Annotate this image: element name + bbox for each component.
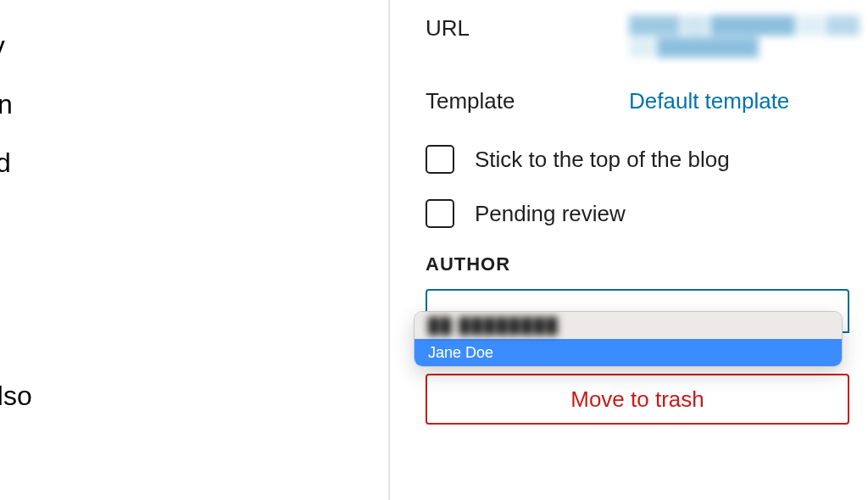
author-option-selected[interactable]: Jane Doe [415,339,842,366]
url-label: URL [426,15,629,42]
author-option[interactable]: ██ ████████ [415,312,842,339]
author-heading: AUTHOR [426,253,860,275]
url-value[interactable] [629,15,860,58]
stick-checkbox[interactable] [426,145,454,174]
author-combobox[interactable]: ██ ████████ Jane Doe [426,289,849,333]
pending-label: Pending review [475,201,626,227]
trash-label: Move to trash [570,386,704,413]
settings-sidebar: URL Template [390,0,868,500]
template-value[interactable]: Default template [629,88,789,114]
editor-pane[interactable]: o-week stay nphasized in utting on red c… [0,0,388,500]
editor-line[interactable]: utting on red [0,134,326,192]
move-to-trash-button[interactable]: Move to trash [426,374,849,425]
pending-checkbox[interactable] [426,199,454,228]
editor-line[interactable]: térique). I also [0,367,326,425]
editor-line[interactable]: nphasized in [0,75,326,134]
editor-line[interactable]: current [0,425,326,484]
stick-label: Stick to the top of the blog [475,147,730,173]
pending-row: Pending review [426,199,860,228]
template-label: Template [426,88,629,114]
template-row: Template Default template [426,88,860,114]
editor-line[interactable]: cane [0,250,326,308]
stick-row: Stick to the top of the blog [426,145,860,174]
editor-line[interactable] [0,192,326,250]
editor-line[interactable]: abroad [0,308,326,367]
url-row: URL [426,15,860,58]
editor-line[interactable]: o-week stay [0,17,326,75]
editor-content[interactable]: o-week stay nphasized in utting on red c… [0,17,326,483]
author-dropdown: ██ ████████ Jane Doe [414,311,843,367]
